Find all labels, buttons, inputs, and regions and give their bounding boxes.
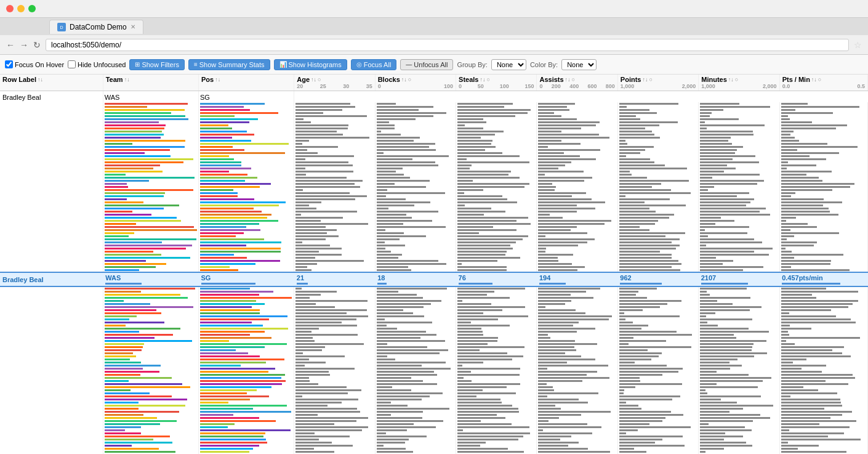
svg-text:D: D [60, 25, 63, 30]
ptsmin-filter-icon[interactable]: ○ [818, 76, 821, 83]
address-bar: ← → ↻ localhost:5050/demo/ ☆ [0, 35, 868, 55]
highlighted-cell-1: WAS [103, 272, 198, 286]
highlighted-cell-5: 76 [456, 272, 537, 286]
tab-title: DataComb Demo [70, 23, 127, 31]
col-header-rowlabel: Row Label ↑↓ [0, 75, 103, 91]
focus-on-hover-checkbox[interactable] [5, 60, 13, 68]
group-by-select[interactable]: None [491, 59, 526, 70]
highlighted-cell-2: SG [199, 272, 294, 286]
minutes-sort-icon[interactable]: ↑↓ [728, 76, 734, 83]
blocks-col-title: Blocks [378, 76, 400, 83]
hide-unfocused-checkbox[interactable] [68, 60, 76, 68]
tab-close-icon[interactable]: ✕ [131, 23, 135, 30]
forward-button[interactable]: → [20, 40, 28, 50]
unfocus-icon: — [406, 61, 412, 68]
assists-filter-icon[interactable]: ○ [572, 76, 575, 83]
tab-favicon: D [57, 23, 66, 31]
filter-icon: ⊞ [135, 61, 140, 68]
blocks-filter-icon[interactable]: ○ [408, 76, 411, 83]
age-sort-icon[interactable]: ↑↓ [311, 76, 316, 83]
browser-tab-datacomb[interactable]: D DataComb Demo ✕ [49, 20, 143, 34]
url-text: localhost:5050/demo/ [51, 41, 121, 49]
tab-bar: D DataComb Demo ✕ [0, 18, 868, 35]
points-filter-icon[interactable]: ○ [649, 76, 652, 83]
col-header-steals: Steals ↑↓ ○ 050100150 [456, 75, 537, 91]
pos-sort-icon[interactable]: ↑↓ [215, 76, 220, 83]
url-input[interactable]: localhost:5050/demo/ [46, 39, 849, 51]
steals-sort-icon[interactable]: ↑↓ [480, 76, 485, 83]
highlighted-cell-8: 2107 [699, 272, 779, 286]
col-header-points: Points ↑↓ ○ 1,0002,000 [617, 75, 698, 91]
show-filters-button[interactable]: ⊞ Show Filters [129, 59, 185, 70]
blocks-sort-icon[interactable]: ↑↓ [401, 76, 407, 83]
focus-icon: ◎ [356, 61, 362, 68]
section1-header: Bradley BealWASSG [0, 91, 868, 103]
points-sort-icon[interactable]: ↑↓ [642, 76, 648, 83]
reload-button[interactable]: ↻ [33, 40, 41, 50]
col-header-assists: Assists ↑↓ ○ 0200400600800 [537, 75, 617, 91]
highlighted-row[interactable]: Bradley BealWASSG21187619496221070.457pt… [0, 272, 868, 286]
highlighted-cell-9: 0.457pts/min [779, 272, 867, 286]
minutes-filter-icon[interactable]: ○ [735, 76, 738, 83]
age-filter-icon[interactable]: ○ [318, 76, 321, 83]
highlighted-cell-6: 194 [537, 272, 617, 286]
highlighted-cell-4: 18 [375, 272, 456, 286]
back-button[interactable]: ← [6, 40, 15, 50]
toolbar: Focus On Hover Hide Unfocused ⊞ Show Fil… [0, 55, 868, 75]
histogram-icon: 📊 [279, 61, 287, 68]
table-body: Bradley BealWASSGBradley BealWASSG211876… [0, 91, 868, 455]
steals-filter-icon[interactable]: ○ [486, 76, 489, 83]
ptsmin-col-title: Pts / Min [782, 76, 810, 83]
ptsmin-sort-icon[interactable]: ↑↓ [811, 76, 817, 83]
show-histograms-button[interactable]: 📊 Show Histograms [274, 59, 347, 70]
highlighted-cell-0: Bradley Beal [0, 272, 103, 286]
data-table: Row Label ↑↓ Team ↑↓ Pos ↑↓ [0, 75, 868, 454]
browser-chrome [0, 0, 868, 18]
assists-sort-icon[interactable]: ↑↓ [565, 76, 571, 83]
hide-unfocused-toggle[interactable]: Hide Unfocused [68, 60, 126, 68]
close-button[interactable] [6, 5, 14, 12]
minutes-col-title: Minutes [701, 76, 727, 83]
age-col-title: Age [297, 76, 310, 83]
main-table-container[interactable]: Row Label ↑↓ Team ↑↓ Pos ↑↓ [0, 75, 868, 454]
stats-icon: ≡ [194, 61, 198, 68]
rowlabel-col-title: Row Label [2, 76, 36, 83]
unfocus-all-button[interactable]: — Unfocus All [400, 59, 453, 70]
pos-col-title: Pos [201, 76, 214, 83]
col-header-age: Age ↑↓ ○ 20253035 [294, 75, 375, 91]
assists-col-title: Assists [539, 76, 563, 83]
minimize-button[interactable] [17, 5, 25, 12]
team-col-title: Team [106, 76, 123, 83]
focus-on-hover-toggle[interactable]: Focus On Hover [5, 60, 64, 68]
col-header-ptsmin: Pts / Min ↑↓ ○ 0.00.5 [779, 75, 867, 91]
team-sort-icon[interactable]: ↑↓ [124, 76, 130, 83]
focus-all-button[interactable]: ◎ Focus All [351, 59, 397, 70]
sort-asc-icon[interactable]: ↑↓ [38, 76, 43, 83]
col-header-blocks: Blocks ↑↓ ○ 0100 [375, 75, 456, 91]
bookmark-icon[interactable]: ☆ [854, 40, 862, 50]
highlighted-cell-7: 962 [617, 272, 698, 286]
points-col-title: Points [621, 76, 641, 83]
table-header: Row Label ↑↓ Team ↑↓ Pos ↑↓ [0, 75, 868, 91]
col-header-minutes: Minutes ↑↓ ○ 1,0002,000 [699, 75, 779, 91]
col-header-team: Team ↑↓ [103, 75, 198, 91]
traffic-lights [0, 0, 868, 17]
fullscreen-button[interactable] [28, 5, 36, 12]
steals-col-title: Steals [459, 76, 478, 83]
col-header-pos: Pos ↑↓ [199, 75, 294, 91]
highlighted-cell-3: 21 [294, 272, 375, 286]
show-summary-stats-button[interactable]: ≡ Show Summary Stats [188, 59, 270, 70]
color-by-select[interactable]: None [561, 59, 597, 70]
